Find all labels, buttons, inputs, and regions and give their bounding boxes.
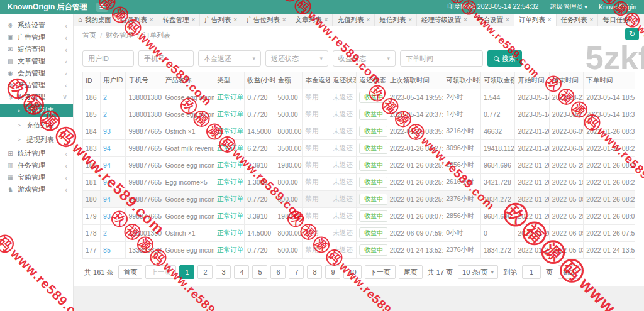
tab-经理等级设置[interactable]: 经理等级设置× <box>417 14 472 26</box>
income-status-badge[interactable]: 收益中 <box>359 160 387 171</box>
page-button-6[interactable]: 6 <box>270 265 286 279</box>
chevron-down-icon[interactable] <box>629 14 644 26</box>
sidebar-item-统计管理[interactable]: ⊞统计管理‹ <box>0 148 73 160</box>
close-icon[interactable]: × <box>408 17 412 23</box>
sidebar-item-广告管理[interactable]: ▣广告管理‹ <box>0 31 73 43</box>
income-status-badge[interactable]: 收益中 <box>359 244 387 256</box>
page-button-10[interactable]: 10 <box>343 265 361 279</box>
first-page-button[interactable]: 首页 <box>118 265 142 279</box>
cell-返还状态: 收益中 <box>357 208 387 225</box>
tab-充值列表[interactable]: 充值列表× <box>333 14 375 26</box>
column-header-可领取金额: 可领取金额 <box>480 72 514 89</box>
tab-会员列表[interactable]: 会员列表× <box>116 14 158 26</box>
return-status-select[interactable]: 返还状态 <box>265 50 328 67</box>
tab-label: 广告位列表 <box>247 16 280 25</box>
cell-用户ID[interactable]: 2 <box>101 225 126 242</box>
close-icon[interactable]: × <box>325 17 328 23</box>
cell-用户ID[interactable]: 93 <box>101 123 126 140</box>
income-status-badge[interactable]: 收益中 <box>359 109 387 120</box>
role-dropdown[interactable]: 超级管理员 <box>550 3 587 11</box>
sidebar-item-系统设置[interactable]: ⚙系统设置‹ <box>0 19 73 31</box>
close-icon[interactable]: × <box>233 17 237 23</box>
tab-广告列表[interactable]: 广告列表× <box>200 14 242 26</box>
page-button-5[interactable]: 5 <box>252 265 267 279</box>
close-icon[interactable]: × <box>366 17 370 23</box>
cell-用户ID[interactable]: 94 <box>101 140 126 157</box>
cell-金额: 800.00 <box>275 174 303 191</box>
cell-用户ID[interactable]: 2 <box>101 106 126 123</box>
sidebar-item-游戏管理[interactable]: ♞游戏管理‹ <box>0 183 73 195</box>
next-page-button[interactable]: 下一页 <box>365 265 396 279</box>
tab-label: 转盘管理 <box>163 16 189 25</box>
search-button[interactable]: 搜索 <box>487 50 522 67</box>
order-time-input[interactable] <box>400 50 483 67</box>
close-icon[interactable]: × <box>590 17 594 23</box>
tab-短信列表[interactable]: 短信列表× <box>375 14 417 26</box>
last-page-button[interactable]: 尾页 <box>399 265 423 279</box>
income-status-badge[interactable]: 收益中 <box>359 210 387 222</box>
sidebar-subitem-提现列表[interactable]: ＞提现列表 <box>0 133 73 146</box>
sidebar-item-短信查询[interactable]: ✉短信查询‹ <box>0 43 73 55</box>
close-icon[interactable]: × <box>192 17 196 23</box>
sidebar-item-会员管理[interactable]: ◉会员管理‹ <box>0 67 73 79</box>
cell-用户ID[interactable]: 93 <box>101 208 126 225</box>
tab-广告位列表[interactable]: 广告位列表× <box>242 14 291 26</box>
username[interactable]: KnownOrigin <box>599 3 636 11</box>
income-status-badge[interactable]: 收益中 <box>359 143 387 154</box>
close-icon[interactable]: × <box>282 17 286 23</box>
breadcrumb-home[interactable]: 首页 <box>82 31 96 40</box>
page-button-4[interactable]: 4 <box>234 265 249 279</box>
sidebar-item-文章管理[interactable]: ▤文章管理‹ <box>0 55 73 67</box>
tab-label: 平台设置 <box>477 16 503 25</box>
page-button-7[interactable]: 7 <box>289 265 304 279</box>
principal-return-select[interactable]: 本金返还 <box>198 50 261 67</box>
hamburger-icon[interactable] <box>96 3 108 12</box>
sidebar-subitem-订单列表[interactable]: ＞订单列表 <box>0 104 73 117</box>
tab-任务列表[interactable]: 任务列表× <box>557 14 599 26</box>
sidebar-subitem-充值列表[interactable]: ＞充值列表 <box>0 119 73 132</box>
cell-用户ID[interactable]: 2 <box>101 89 126 106</box>
page-button-3[interactable]: 3 <box>216 265 231 279</box>
refresh-button[interactable] <box>625 28 639 40</box>
sidebar-item-财务管理[interactable]: ＄财务管理∨ <box>0 91 73 103</box>
per-page-select[interactable]: 10 条/页 <box>458 265 498 279</box>
prev-page-button[interactable]: 上一页 <box>145 265 176 279</box>
page-button-8[interactable]: 8 <box>307 265 322 279</box>
cell-ID: 183 <box>83 140 101 157</box>
cell-返还状态: 收益中 <box>357 123 387 140</box>
page-button-1[interactable]: 1 <box>179 265 194 279</box>
close-icon[interactable]: × <box>548 17 552 23</box>
income-status-badge[interactable]: 收益中 <box>359 227 387 239</box>
page-button-2[interactable]: 2 <box>197 265 213 279</box>
cell-手机号: 9988776654 <box>126 174 162 191</box>
tab-订单列表[interactable]: 订单列表× <box>514 14 557 26</box>
close-icon[interactable]: × <box>150 17 153 23</box>
cell-用户ID[interactable]: 94 <box>101 174 126 191</box>
income-status-badge[interactable]: 收益中 <box>359 177 387 188</box>
tab-转盘管理[interactable]: 转盘管理× <box>158 14 201 26</box>
phone-input[interactable] <box>138 50 194 67</box>
cell-用户ID[interactable]: 94 <box>101 191 126 208</box>
income-status-badge[interactable]: 收益中 <box>359 194 387 205</box>
close-icon[interactable]: × <box>464 17 467 23</box>
confirm-button[interactable]: 确定 <box>558 265 582 279</box>
breadcrumb-finance[interactable]: 财务管理 <box>106 31 133 40</box>
jump-page-input[interactable] <box>522 265 541 279</box>
cell-用户ID[interactable]: 85 <box>101 242 126 259</box>
income-status-select[interactable]: 收益状态 <box>333 50 396 67</box>
sidebar-item-宝箱管理[interactable]: ▦宝箱管理‹ <box>0 172 73 183</box>
cell-用户ID[interactable]: 94 <box>101 157 126 174</box>
close-icon[interactable]: × <box>506 17 509 23</box>
table-row: 184939988776655Ostrich ×1正常订单14.50008000… <box>83 123 635 140</box>
page-button-9[interactable]: 9 <box>325 265 340 279</box>
sidebar-item-任务管理[interactable]: ▥任务管理‹ <box>0 160 73 172</box>
tab-我的桌面[interactable]: 我的桌面 <box>74 14 116 26</box>
tab-平台设置[interactable]: 平台设置× <box>472 14 514 26</box>
income-status-badge[interactable]: 收益中 <box>359 92 387 103</box>
sidebar-item-产品管理[interactable]: ⧉产品管理‹ <box>0 79 73 91</box>
breadcrumb-orders[interactable]: 订单列表 <box>143 31 170 40</box>
tab-每日任务[interactable]: 每日任务× <box>598 14 629 26</box>
user-id-input[interactable] <box>82 50 134 67</box>
tab-文章列表[interactable]: 文章列表× <box>291 14 333 26</box>
income-status-badge[interactable]: 收益中 <box>359 126 387 137</box>
